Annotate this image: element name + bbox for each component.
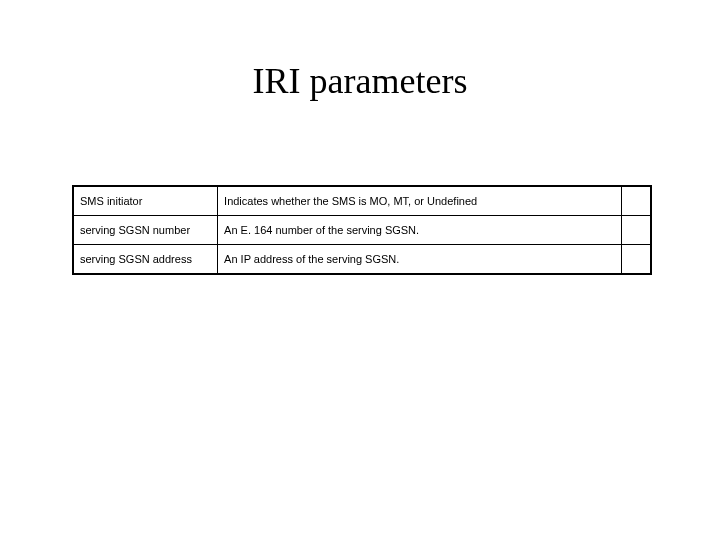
param-extra-cell: [621, 216, 651, 245]
param-desc-cell: An IP address of the serving SGSN.: [218, 245, 621, 275]
table-row: SMS initiator Indicates whether the SMS …: [73, 186, 651, 216]
param-desc-cell: An E. 164 number of the serving SGSN.: [218, 216, 621, 245]
param-extra-cell: [621, 245, 651, 275]
param-extra-cell: [621, 186, 651, 216]
parameters-table: SMS initiator Indicates whether the SMS …: [72, 185, 652, 275]
param-name-cell: serving SGSN address: [73, 245, 218, 275]
table-row: serving SGSN address An IP address of th…: [73, 245, 651, 275]
page-title: IRI parameters: [0, 60, 720, 102]
param-name-cell: SMS initiator: [73, 186, 218, 216]
table-row: serving SGSN number An E. 164 number of …: [73, 216, 651, 245]
param-desc-cell: Indicates whether the SMS is MO, MT, or …: [218, 186, 621, 216]
param-name-cell: serving SGSN number: [73, 216, 218, 245]
